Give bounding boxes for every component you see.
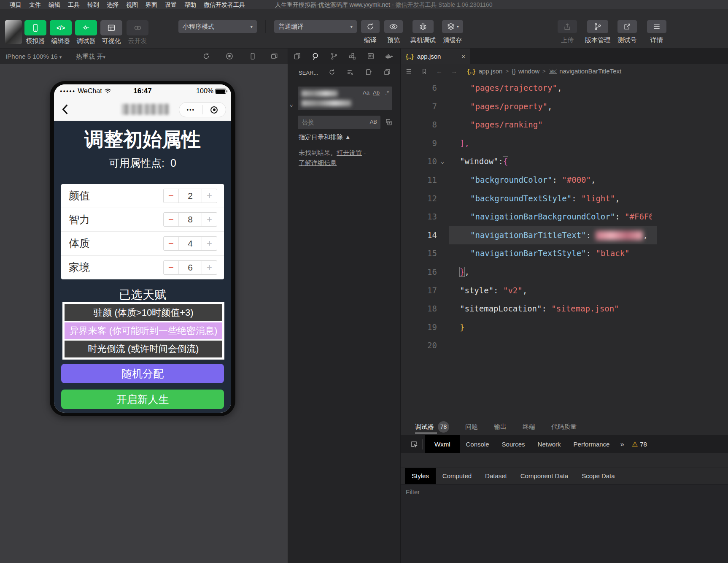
code-line[interactable]: 13"navigationBarBackgroundColor": "#F6F6… xyxy=(401,208,728,226)
stop-icon[interactable] xyxy=(225,52,234,60)
devtools-tab[interactable]: Network xyxy=(531,435,567,453)
debugger-tab[interactable]: 终端 xyxy=(523,418,535,435)
docker-icon[interactable] xyxy=(384,52,394,61)
outline-list-icon[interactable] xyxy=(405,68,413,75)
code-line[interactable]: 15"navigationBarTextStyle": "black" xyxy=(401,244,728,263)
close-icon[interactable]: × xyxy=(461,53,465,60)
menu-item[interactable]: 文件 xyxy=(25,0,45,9)
inspector-tab[interactable]: Component Data xyxy=(514,468,575,484)
match-case-icon[interactable]: Aa xyxy=(363,89,369,96)
panel-divider[interactable] xyxy=(400,49,401,563)
plus-button[interactable]: + xyxy=(202,213,217,226)
code-line[interactable]: 17"style": "v2", xyxy=(401,282,728,300)
menu-item[interactable]: 设置 xyxy=(161,0,181,9)
code-line[interactable]: 10⌄"window":{ xyxy=(401,152,728,171)
menu-item[interactable]: 视图 xyxy=(122,0,142,9)
match-word-icon[interactable]: Ab xyxy=(373,89,380,96)
code-line[interactable]: 8"pages/ranking" xyxy=(401,116,728,134)
code-lines[interactable]: 6"pages/trajectory",7"pages/property",8"… xyxy=(401,79,728,357)
inspector-tab[interactable]: Computed xyxy=(436,468,478,484)
multi-window-icon[interactable] xyxy=(270,52,278,60)
warning-counter[interactable]: ⚠ 78 xyxy=(632,440,647,448)
breadcrumb-leaf[interactable]: navigationBarTitleText xyxy=(559,68,621,75)
compile-mode-select[interactable]: 普通编译▾ xyxy=(274,20,357,33)
open-settings-link[interactable]: 打开设置 xyxy=(337,149,362,156)
inspector-tab[interactable]: Scope Data xyxy=(575,468,621,484)
inspect-cursor-icon[interactable] xyxy=(410,440,418,448)
talent-item[interactable]: 异界来客 (你可能听到一些绝密消息) xyxy=(65,322,222,339)
regex-icon[interactable]: .* xyxy=(385,89,389,96)
menu-item[interactable]: 微信开发者工具 xyxy=(200,0,249,9)
code-line[interactable]: 12"backgroundTextStyle": "light", xyxy=(401,189,728,208)
search-input[interactable]: Aa Ab .* xyxy=(298,87,392,110)
preserve-case-icon[interactable]: AB xyxy=(370,119,377,125)
minus-button[interactable]: − xyxy=(164,213,179,226)
debugger-tab[interactable]: 代码质量 xyxy=(551,418,577,435)
replace-all-icon[interactable] xyxy=(385,118,393,126)
menu-item[interactable]: 项目 xyxy=(6,0,25,9)
code-line[interactable]: 18"sitemapLocation": "sitemap.json" xyxy=(401,300,728,318)
npm-icon[interactable] xyxy=(367,52,375,60)
debugger-tab[interactable]: 调试器 78 xyxy=(415,418,449,435)
code-line[interactable]: 19} xyxy=(401,318,728,337)
device-frame-icon[interactable] xyxy=(248,52,257,60)
nav-forward-icon[interactable]: → xyxy=(451,68,457,75)
more-icon[interactable]: ••• xyxy=(179,107,202,113)
clear-results-icon[interactable] xyxy=(346,68,354,76)
details-button[interactable] xyxy=(647,20,666,33)
devtools-tab[interactable]: Sources xyxy=(496,435,531,453)
code-line[interactable]: 14"navigationBarTitleText": , xyxy=(401,226,728,245)
talent-item[interactable]: 驻颜 (体质>10时颜值+3) xyxy=(65,304,222,321)
cloud-dev-button[interactable] xyxy=(127,20,148,35)
debugger-tab[interactable]: 输出 xyxy=(494,418,507,435)
devtools-tab[interactable]: Performance xyxy=(567,435,616,453)
devtools-tab[interactable]: Wxml xyxy=(425,435,460,453)
menu-item[interactable]: 界面 xyxy=(142,0,161,9)
replace-input[interactable] xyxy=(298,116,361,128)
learn-more-link[interactable]: 了解详细信息 xyxy=(299,159,337,166)
minus-button[interactable]: − xyxy=(164,189,179,203)
plus-button[interactable]: + xyxy=(202,237,217,250)
talent-item[interactable]: 时光倒流 (或许时间会倒流) xyxy=(65,341,222,357)
source-control-icon[interactable] xyxy=(330,52,338,60)
tab-app-json[interactable]: {..} app.json × xyxy=(401,49,470,64)
rotate-icon[interactable] xyxy=(202,52,210,60)
hot-reload-toggle[interactable]: 热重载 开▾ xyxy=(76,49,105,65)
code-line[interactable]: 11"backgroundColor": "#000", xyxy=(401,171,728,189)
plus-button[interactable]: + xyxy=(202,261,217,274)
avatar[interactable] xyxy=(5,20,22,44)
new-search-editor-icon[interactable] xyxy=(365,68,372,76)
code-line[interactable]: 7"pages/property", xyxy=(401,97,728,116)
menu-item[interactable]: 编辑 xyxy=(45,0,64,9)
remote-debug-button[interactable] xyxy=(413,20,434,33)
dir-include-exclude-toggle[interactable]: 指定目录和排除 ▲ xyxy=(299,133,351,141)
editor-toggle-button[interactable]: </> xyxy=(50,20,72,35)
collapse-all-icon[interactable] xyxy=(383,68,391,76)
test-account-button[interactable] xyxy=(617,20,637,33)
search-icon[interactable] xyxy=(311,52,320,61)
clear-cache-button[interactable]: ▾ xyxy=(442,20,463,33)
menu-item[interactable]: 选择 xyxy=(103,0,122,9)
menu-item[interactable]: 工具 xyxy=(64,0,84,9)
refresh-icon[interactable] xyxy=(328,68,336,76)
minus-button[interactable]: − xyxy=(164,261,179,274)
device-select[interactable]: iPhone 5 100% 16 ▾ xyxy=(6,49,62,65)
extensions-icon[interactable] xyxy=(348,52,356,60)
code-line[interactable]: 16}, xyxy=(401,263,728,282)
bookmark-icon[interactable] xyxy=(421,68,428,75)
upload-button[interactable] xyxy=(558,20,577,33)
back-chevron-icon[interactable] xyxy=(60,103,71,116)
preview-button[interactable] xyxy=(384,20,403,33)
nav-back-icon[interactable]: ← xyxy=(436,68,442,75)
chevron-down-icon[interactable]: ˅ xyxy=(290,103,293,109)
menu-item[interactable]: 帮助 xyxy=(181,0,200,9)
code-line[interactable]: 9], xyxy=(401,134,728,153)
simulator-toggle-button[interactable] xyxy=(24,20,46,35)
record-target-icon[interactable] xyxy=(203,106,226,114)
debugger-toggle-button[interactable] xyxy=(75,20,97,35)
menu-item[interactable]: 转到 xyxy=(84,0,103,9)
breadcrumb-node[interactable]: window xyxy=(518,68,539,75)
debugger-tab[interactable]: 问题 xyxy=(465,418,478,435)
files-icon[interactable] xyxy=(293,52,302,60)
random-assign-button[interactable]: 随机分配 xyxy=(61,364,224,383)
